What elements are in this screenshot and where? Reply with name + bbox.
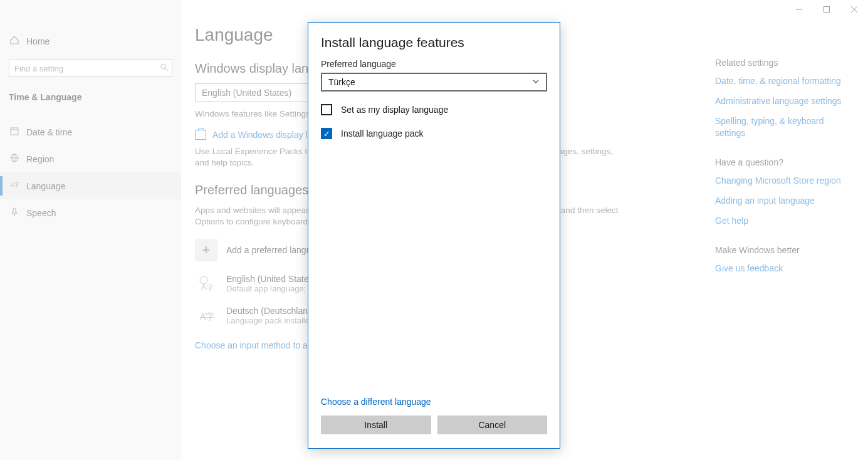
checkbox-unchecked[interactable] — [321, 104, 332, 115]
search-container — [9, 60, 172, 77]
nav-region[interactable]: Region — [0, 145, 181, 172]
nav-speech[interactable]: Speech — [0, 199, 181, 226]
home-icon — [9, 35, 20, 47]
globe-icon — [9, 153, 20, 165]
chevron-down-icon — [532, 77, 540, 87]
nav-label: Date & time — [26, 127, 72, 137]
clock-icon — [9, 126, 20, 138]
svg-line-5 — [165, 68, 168, 71]
search-icon — [160, 63, 169, 73]
install-button[interactable]: Install — [321, 416, 431, 434]
nav-label: Language — [26, 181, 65, 191]
question-heading: Have a question? — [715, 157, 847, 167]
link-feedback[interactable]: Give us feedback — [715, 263, 847, 274]
preferred-language-label: Preferred language — [321, 59, 547, 69]
link-admin-language[interactable]: Administrative language settings — [715, 95, 847, 107]
better-heading: Make Windows better — [715, 245, 847, 255]
svg-text:A字: A字 — [200, 311, 214, 321]
link-store-region[interactable]: Changing Microsoft Store region — [715, 175, 847, 186]
cancel-button[interactable]: Cancel — [437, 416, 548, 434]
language-glyph-icon: A字 — [195, 274, 217, 293]
svg-rect-12 — [13, 208, 16, 213]
language-glyph-icon: A字 — [195, 306, 217, 325]
checkbox-language-pack-row[interactable]: Install language pack — [321, 128, 547, 139]
choose-different-language-link[interactable]: Choose a different language — [321, 397, 547, 407]
preferred-language-select[interactable]: Türkçe — [321, 73, 547, 91]
lang-name: Deutsch (Deutschland) — [226, 306, 315, 316]
nav-label: Speech — [26, 208, 56, 218]
mic-icon — [9, 207, 20, 219]
link-get-help[interactable]: Get help — [715, 215, 847, 226]
category-label: Time & Language — [0, 87, 181, 107]
link-input-language[interactable]: Adding an input language — [715, 195, 847, 206]
svg-point-4 — [161, 64, 166, 69]
cb-pack-label: Install language pack — [341, 128, 424, 139]
home-nav[interactable]: Home — [0, 30, 181, 52]
selected-language: Türkçe — [328, 77, 355, 87]
nav-date-time[interactable]: Date & time — [0, 118, 181, 145]
search-input[interactable] — [9, 60, 172, 77]
svg-text:A字: A字 — [10, 182, 19, 188]
related-heading: Related settings — [715, 58, 847, 68]
install-language-dialog: Install language features Preferred lang… — [308, 22, 560, 449]
link-spelling-typing[interactable]: Spelling, typing, & keyboard settings — [715, 115, 847, 138]
svg-rect-6 — [11, 128, 18, 135]
link-date-time-formatting[interactable]: Date, time, & regional formatting — [715, 75, 847, 86]
home-label: Home — [26, 36, 50, 46]
cb-display-label: Set as my display language — [341, 105, 448, 115]
sidebar: Home Time & Language Date & time Region … — [0, 0, 181, 460]
display-language-value: English (United States) — [202, 88, 291, 98]
svg-text:A字: A字 — [201, 283, 214, 292]
right-panel: Related settings Date, time, & regional … — [715, 58, 847, 283]
nav-language[interactable]: A字 Language — [0, 172, 181, 199]
checkbox-display-language-row[interactable]: Set as my display language — [321, 104, 547, 115]
plus-icon: + — [195, 239, 217, 261]
lang-sub: Language pack installed — [226, 316, 315, 325]
nav-label: Region — [26, 154, 54, 164]
language-icon: A字 — [9, 180, 20, 192]
checkbox-checked[interactable] — [321, 128, 332, 139]
dialog-title: Install language features — [321, 35, 547, 50]
store-icon — [195, 130, 206, 140]
